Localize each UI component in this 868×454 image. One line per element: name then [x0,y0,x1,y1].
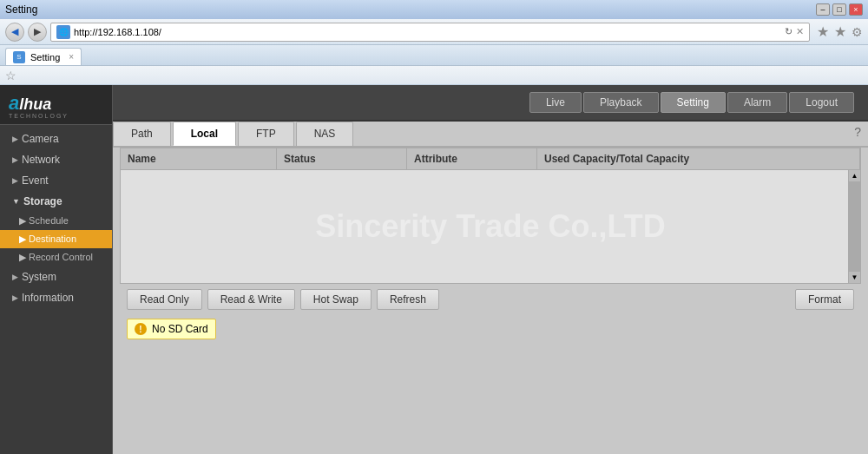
sidebar-label-network: Network [22,154,60,166]
window-controls: – □ × [816,3,863,16]
navigation-bar: ◀ ▶ 🌐 ↻ ✕ ★ ★ ⚙ [0,19,868,45]
close-button[interactable]: × [849,3,863,16]
status-warning-icon: ! [135,323,147,335]
sidebar-item-network[interactable]: ▶ Network [0,149,112,170]
sidebar-label-camera: Camera [22,133,59,145]
bookmark-star[interactable]: ☆ [5,69,16,82]
col-name: Name [121,148,277,169]
tab-nas[interactable]: NAS [296,122,354,146]
sidebar-label-schedule: Schedule [29,215,69,226]
sidebar-label-event: Event [22,174,49,187]
browser-tab-bar: S Setting × [0,45,868,66]
col-attribute: Attribute [407,148,537,169]
read-write-button[interactable]: Read & Write [207,289,295,310]
status-message: No SD Card [152,323,208,335]
sidebar-label-system: System [22,271,56,283]
nav-logout-button[interactable]: Logout [789,92,854,113]
event-expand-icon: ▶ [12,176,18,185]
format-button[interactable]: Format [795,289,854,310]
logo-area: alhua TECHNOLOGY [0,85,112,125]
logo-text: alhua [9,92,103,115]
tab-ftp[interactable]: FTP [238,122,294,146]
record-control-arrow: ▶ [19,252,26,262]
system-expand-icon: ▶ [12,273,18,281]
nav-live-button[interactable]: Live [529,92,582,113]
refresh-button[interactable]: Refresh [377,289,439,310]
favorites-icon[interactable]: ★ [817,23,829,40]
sidebar-label-information: Information [22,292,74,304]
table-body: Sincerity Trade Co.,LTD ▲ ▼ [121,170,860,283]
top-navigation: Live Playback Setting Alarm Logout [113,85,868,122]
sidebar-item-event[interactable]: ▶ Event [0,170,112,191]
network-expand-icon: ▶ [12,155,18,164]
sidebar-item-storage[interactable]: ▼ Storage [0,191,112,212]
sidebar-item-record-control[interactable]: ▶ Record Control [0,248,112,266]
browser-tab-label: Setting [30,52,60,63]
camera-expand-icon: ▶ [12,135,18,143]
settings-icon[interactable]: ⚙ [852,25,863,39]
information-expand-icon: ▶ [12,293,18,302]
browser-tab-setting[interactable]: S Setting × [5,48,82,65]
sidebar-item-destination[interactable]: ▶ Destination [0,230,112,248]
scrollbar[interactable]: ▲ ▼ [848,170,860,283]
schedule-arrow: ▶ [19,215,26,226]
data-table: Name Status Attribute Used Capacity/Tota… [120,148,861,284]
address-favicon: 🌐 [56,25,70,39]
nav-alarm-button[interactable]: Alarm [727,92,787,113]
format-button-area: Format [795,289,854,310]
sidebar-item-schedule[interactable]: ▶ Schedule [0,212,112,230]
nav-playback-button[interactable]: Playback [583,92,659,113]
tab-path[interactable]: Path [113,122,171,146]
tab-row: Path Local FTP NAS ? [113,122,868,148]
main-content: Live Playback Setting Alarm Logout Path … [113,85,868,454]
browser-title-bar: Setting – □ × [0,0,868,19]
address-input[interactable] [74,27,781,37]
status-bar: ! No SD Card [127,319,216,339]
maximize-button[interactable]: □ [832,3,846,16]
col-status: Status [277,148,407,169]
minimize-button[interactable]: – [816,3,830,16]
nav-setting-button[interactable]: Setting [661,92,726,113]
sidebar-label-destination: Destination [29,234,76,244]
address-close[interactable]: ✕ [796,26,804,37]
action-row: Read Only Read & Write Hot Swap Refresh … [120,284,861,315]
scroll-up-button[interactable]: ▲ [849,170,860,182]
sidebar-item-information[interactable]: ▶ Information [0,287,112,308]
page-content: Path Local FTP NAS ? Name Status Attribu… [113,122,868,454]
scroll-down-button[interactable]: ▼ [849,271,860,283]
tab-favicon: S [13,51,25,63]
back-button[interactable]: ◀ [5,23,24,42]
sidebar-label-record-control: Record Control [29,252,93,262]
bookmarks-bar: ☆ [0,66,868,85]
help-icon[interactable]: ? [847,122,868,146]
read-only-button[interactable]: Read Only [127,289,202,310]
tab-local[interactable]: Local [173,122,236,146]
storage-expand-icon: ▼ [12,197,20,206]
forward-button[interactable]: ▶ [28,23,47,42]
logo-subtitle: TECHNOLOGY [9,113,103,119]
sidebar-menu: ▶ Camera ▶ Network ▶ Event ▼ Storage ▶ S… [0,125,112,312]
inner-content: Name Status Attribute Used Capacity/Tota… [113,148,868,350]
col-capacity: Used Capacity/Total Capacity [537,148,860,169]
watermark-text: Sincerity Trade Co.,LTD [315,208,665,245]
app-area: alhua TECHNOLOGY ▶ Camera ▶ Network ▶ Ev… [0,85,868,454]
table-header: Name Status Attribute Used Capacity/Tota… [121,148,860,170]
tab-close-button[interactable]: × [69,52,74,62]
sidebar-item-camera[interactable]: ▶ Camera [0,128,112,149]
hot-swap-button[interactable]: Hot Swap [300,289,372,310]
address-bar: 🌐 ↻ ✕ [50,23,810,42]
address-refresh[interactable]: ↻ [785,26,792,37]
title-bar-text: Setting [5,3,37,16]
sidebar-label-storage: Storage [23,195,62,207]
sidebar-item-system[interactable]: ▶ System [0,266,112,287]
scroll-thumb[interactable] [849,182,860,271]
destination-arrow: ▶ [19,234,26,244]
bookmarks-icon[interactable]: ★ [834,23,846,40]
sidebar: alhua TECHNOLOGY ▶ Camera ▶ Network ▶ Ev… [0,85,113,454]
